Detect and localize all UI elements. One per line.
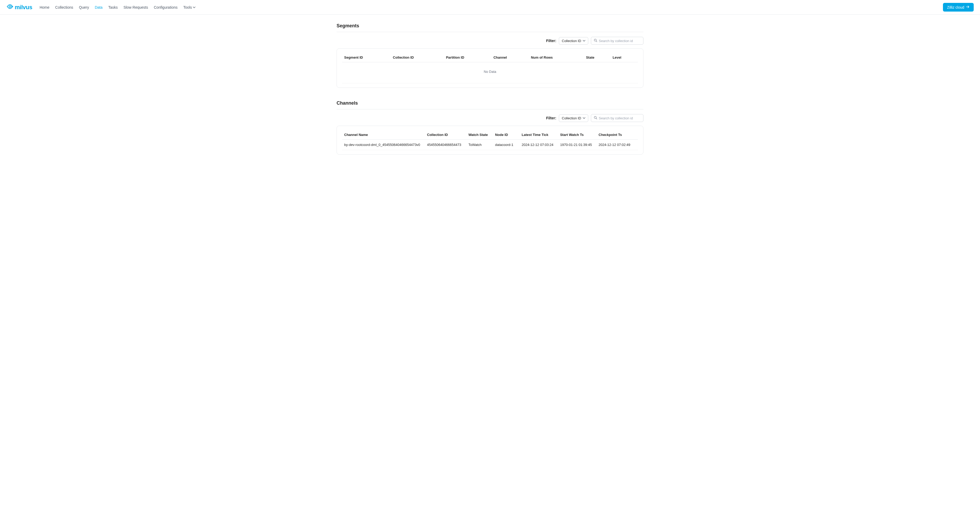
nav-slow-requests[interactable]: Slow Requests — [124, 5, 148, 10]
segments-col-channel: Channel — [491, 53, 529, 62]
logo[interactable]: milvus — [6, 3, 32, 11]
segments-col-partition-id: Partition ID — [444, 53, 491, 62]
arrow-right-icon — [964, 5, 969, 10]
channels-col-channel-name: Channel Name — [342, 130, 425, 140]
segments-filter-dropdown[interactable]: Collection ID — [559, 37, 588, 45]
cloud-button-label: Zilliz cloud — [947, 5, 964, 10]
channels-card: Channel Name Collection ID Watch State N… — [337, 126, 643, 155]
channels-filter-row: Filter: Collection ID — [337, 114, 643, 122]
segments-col-level: Level — [611, 53, 638, 62]
segments-filter-label: Filter: — [546, 39, 556, 43]
chevron-down-icon — [583, 117, 585, 120]
channels-search-input[interactable] — [599, 116, 643, 120]
topbar: milvus Home Collections Query Data Tasks… — [0, 0, 980, 15]
channels-col-latest-time-tick: Latest Time Tick — [520, 130, 558, 140]
cell-latest-time-tick: 2024-12-12 07:03:24 — [520, 140, 558, 150]
channels-title: Channels — [337, 101, 643, 109]
channels-col-node-id: Node ID — [493, 130, 519, 140]
channels-filter-option: Collection ID — [562, 116, 581, 120]
nav-links: Home Collections Query Data Tasks Slow R… — [40, 5, 196, 10]
nav-data[interactable]: Data — [95, 5, 103, 10]
milvus-logo-icon — [6, 3, 15, 11]
segments-filter-row: Filter: Collection ID — [337, 37, 643, 45]
search-icon — [594, 116, 597, 120]
cell-start-watch-ts: 1970-01-21 01:39:45 — [558, 140, 597, 150]
channels-col-checkpoint-ts: Checkpoint Ts — [597, 130, 638, 140]
segments-col-collection-id: Collection ID — [391, 53, 444, 62]
channels-filter-label: Filter: — [546, 116, 556, 120]
nav-configurations[interactable]: Configurations — [154, 5, 177, 10]
nav-tools-label: Tools — [183, 5, 192, 10]
zilliz-cloud-button[interactable]: Zilliz cloud — [943, 3, 974, 11]
logo-text: milvus — [15, 4, 32, 11]
segments-search-wrap[interactable] — [591, 37, 643, 45]
segments-card: Segment ID Collection ID Partition ID Ch… — [337, 48, 643, 88]
segments-col-segment-id: Segment ID — [342, 53, 391, 62]
chevron-down-icon — [193, 6, 196, 9]
nav-collections[interactable]: Collections — [55, 5, 73, 10]
nav-left: milvus Home Collections Query Data Tasks… — [6, 3, 196, 11]
channels-col-collection-id: Collection ID — [425, 130, 466, 140]
segments-no-data: No Data — [342, 62, 638, 83]
cell-collection-id: 454550640466654473 — [425, 140, 466, 150]
segments-col-num-rows: Num of Rows — [529, 53, 584, 62]
segments-col-state: State — [584, 53, 610, 62]
channels-col-watch-state: Watch State — [466, 130, 493, 140]
table-row: by-dev-rootcoord-dml_0_45455064046665447… — [342, 140, 638, 150]
svg-point-0 — [9, 6, 11, 7]
segments-title: Segments — [337, 23, 643, 32]
cell-node-id: datacoord-1 — [493, 140, 519, 150]
chevron-down-icon — [583, 40, 585, 42]
channels-table: Channel Name Collection ID Watch State N… — [342, 130, 638, 150]
cell-checkpoint-ts: 2024-12-12 07:02:49 — [597, 140, 638, 150]
cell-watch-state: ToWatch — [466, 140, 493, 150]
nav-tasks[interactable]: Tasks — [108, 5, 118, 10]
segments-table: Segment ID Collection ID Partition ID Ch… — [342, 53, 638, 83]
segments-no-data-row: No Data — [342, 62, 638, 83]
channels-search-wrap[interactable] — [591, 114, 643, 122]
nav-query[interactable]: Query — [79, 5, 89, 10]
channels-col-start-watch-ts: Start Watch Ts — [558, 130, 597, 140]
segments-search-input[interactable] — [599, 39, 643, 43]
nav-home[interactable]: Home — [40, 5, 49, 10]
channels-filter-dropdown[interactable]: Collection ID — [559, 114, 588, 122]
page-content: Segments Filter: Collection ID Segment I… — [332, 15, 648, 183]
search-icon — [594, 39, 597, 43]
cell-channel-name: by-dev-rootcoord-dml_0_45455064046665447… — [342, 140, 425, 150]
nav-tools[interactable]: Tools — [183, 5, 196, 10]
segments-filter-option: Collection ID — [562, 39, 581, 43]
